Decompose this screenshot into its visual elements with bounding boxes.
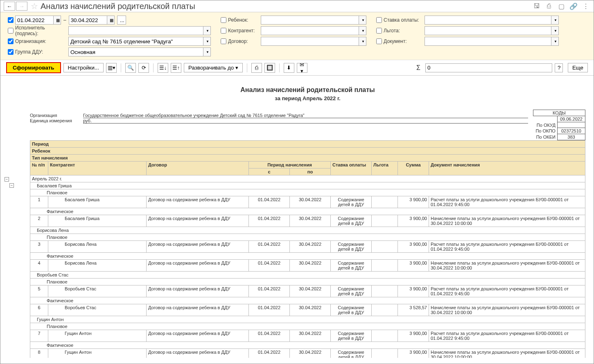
cell-npp: 8 xyxy=(30,349,48,358)
print-icon[interactable]: ⎙ xyxy=(251,63,262,73)
organizaciya-input[interactable] xyxy=(68,37,203,46)
date-to-input[interactable] xyxy=(69,16,107,25)
cell-lgota xyxy=(372,285,398,297)
cell-sum: 3 900,00 xyxy=(398,330,429,342)
stavka-input[interactable] xyxy=(425,16,551,25)
cell-date-from: 01.04.2022 xyxy=(249,285,290,297)
child-row: Гущин Антон xyxy=(30,316,585,323)
forward-button[interactable]: → xyxy=(16,2,27,11)
calendar-icon[interactable]: ▦ xyxy=(107,16,115,25)
cell-stavka: Содержание детей в ДДУ xyxy=(331,285,372,297)
unit-value: руб. xyxy=(83,118,528,124)
sigma-icon: Σ xyxy=(414,64,423,72)
calendar-icon[interactable]: ▦ xyxy=(54,16,61,25)
sformirovat-button[interactable]: Сформировать xyxy=(6,62,61,73)
type-row: Фактическое xyxy=(30,253,585,260)
data-row: 5Воробьев СтасДоговор на содержание ребе… xyxy=(30,285,585,297)
cell-date-from: 01.04.2022 xyxy=(249,215,290,227)
cell-lgota xyxy=(372,349,398,358)
col-rebenok: Ребенок xyxy=(30,148,585,155)
cell-date-from: 01.04.2022 xyxy=(249,330,290,342)
tree-toggle[interactable]: − xyxy=(5,177,9,182)
kontragent-checkbox[interactable] xyxy=(221,28,226,34)
kontragent-input[interactable] xyxy=(261,26,359,35)
okei-value: 383 xyxy=(557,134,585,140)
favorite-star-icon[interactable]: ☆ xyxy=(31,1,38,11)
link-icon[interactable]: 🔗 xyxy=(569,2,578,11)
cell-dogovor: Договор на содержание ребенка в ДДУ xyxy=(147,241,249,253)
dropdown-icon[interactable]: ▼ xyxy=(551,26,559,35)
cell-dogovor: Договор на содержание ребенка в ДДУ xyxy=(147,260,249,272)
dropdown-icon[interactable]: ▼ xyxy=(359,37,366,46)
col-kontragent: Контрагент xyxy=(48,162,147,175)
razvorachivat-button[interactable]: Разворачивать до ▾ xyxy=(184,63,243,72)
back-button[interactable]: ← xyxy=(4,2,15,11)
organizaciya-checkbox[interactable] xyxy=(8,38,14,44)
collapse-icon[interactable]: ☰↑ xyxy=(171,63,181,73)
tree-toggle[interactable]: − xyxy=(9,183,14,188)
lgota-checkbox[interactable] xyxy=(376,28,382,34)
dropdown-icon[interactable]: ▼ xyxy=(203,26,211,35)
col-stavka: Ставка оплаты xyxy=(331,162,372,175)
gruppa-input[interactable] xyxy=(68,47,203,56)
cell-kontragent: Басалаев Гриша xyxy=(48,215,147,227)
lgota-input[interactable] xyxy=(425,26,551,35)
cell-stavka: Содержание детей в ДДУ xyxy=(331,215,372,227)
dropdown-icon[interactable]: ▼ xyxy=(203,37,211,46)
codes-box: КОДЫ 09.06.2022 По ОКУД По ОКПО02372510 … xyxy=(533,110,585,140)
data-row: 2Басалаев ГришаДоговор на содержание реб… xyxy=(30,215,585,227)
cell-lgota xyxy=(372,196,398,208)
dogovor-checkbox[interactable] xyxy=(221,38,226,44)
cell-date-from: 01.04.2022 xyxy=(249,241,290,253)
email-icon[interactable]: ✉▾ xyxy=(297,63,307,73)
date-from-input[interactable] xyxy=(15,16,54,25)
more-button[interactable]: Еще xyxy=(568,63,588,72)
preview-icon[interactable]: 🔲 xyxy=(264,63,275,73)
okei-label: По ОКЕИ xyxy=(533,134,557,140)
search-icon[interactable]: 🔍 xyxy=(125,63,136,73)
[interactable]: ? xyxy=(555,63,563,72)
cell-stavka: Содержание детей в ДДУ xyxy=(331,304,372,316)
cell-npp: 6 xyxy=(30,304,48,316)
lgota-label: Льгота: xyxy=(384,28,425,34)
dokument-input[interactable] xyxy=(425,37,551,46)
expand-icon[interactable]: ☰↓ xyxy=(158,63,168,73)
stavka-checkbox[interactable] xyxy=(376,17,382,23)
dropdown-icon[interactable]: ▼ xyxy=(551,16,559,25)
cell-date-from: 01.04.2022 xyxy=(249,349,290,358)
dropdown-icon[interactable]: ▼ xyxy=(359,26,366,35)
rebenok-checkbox[interactable] xyxy=(221,17,226,23)
cell-sum: 3 900,00 xyxy=(398,349,429,358)
print-icon[interactable]: ⎙ xyxy=(544,2,553,11)
cell-stavka: Содержание детей в ДДУ xyxy=(331,241,372,253)
cell-dogovor: Договор на содержание ребенка в ДДУ xyxy=(147,196,249,208)
ispolnitel-input[interactable] xyxy=(68,26,203,35)
cell-npp: 2 xyxy=(30,215,48,227)
report-title: Анализ начислений родительской платы xyxy=(30,86,585,94)
cell-stavka: Содержание детей в ДДУ xyxy=(331,260,372,272)
dropdown-icon[interactable]: ▼ xyxy=(203,47,211,56)
document-icon[interactable]: ▢ xyxy=(557,2,566,11)
nastroiki-button[interactable]: Настройки... xyxy=(63,63,104,72)
report-table: Период Ребенок Тип начисления № п/п Конт… xyxy=(30,140,585,358)
more-icon[interactable]: ⋮ xyxy=(581,2,590,11)
date-checkbox[interactable] xyxy=(8,17,14,23)
date-ellipsis-button[interactable]: ... xyxy=(117,16,126,25)
gruppa-checkbox[interactable] xyxy=(8,49,14,55)
child-row: Воробьев Стас xyxy=(30,272,585,279)
cell-npp: 5 xyxy=(30,285,48,297)
dogovor-label: Договор: xyxy=(228,38,261,44)
save-file-icon[interactable]: ⬇ xyxy=(284,63,294,73)
rebenok-input[interactable] xyxy=(261,16,359,25)
dokument-checkbox[interactable] xyxy=(376,38,382,44)
variant-icon[interactable]: ▥▾ xyxy=(106,63,117,73)
type-row: Плановое xyxy=(30,234,585,241)
refresh-icon[interactable]: ⟳ xyxy=(138,63,149,73)
cell-date-to: 30.04.2022 xyxy=(290,196,331,208)
sum-input[interactable] xyxy=(425,63,552,72)
save-icon[interactable]: 🖫 xyxy=(532,2,541,11)
ispolnitel-checkbox[interactable] xyxy=(8,28,14,34)
dropdown-icon[interactable]: ▼ xyxy=(551,37,559,46)
dropdown-icon[interactable]: ▼ xyxy=(359,16,366,25)
dogovor-input[interactable] xyxy=(261,37,359,46)
